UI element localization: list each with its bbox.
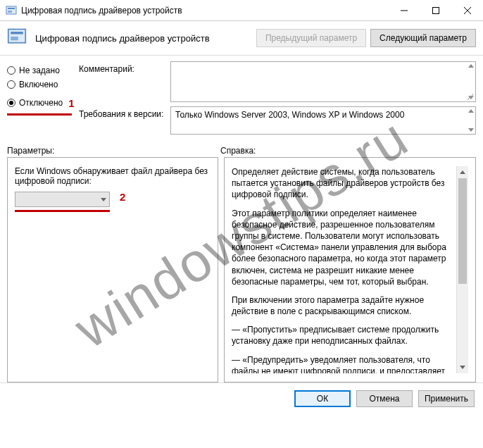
section-labels: Параметры: Справка: <box>0 142 483 157</box>
ok-button[interactable]: ОК <box>294 390 351 407</box>
comment-textarea[interactable] <box>170 61 476 102</box>
window-title: Цифровая подпись драйверов устройств <box>21 6 388 15</box>
scroll-up-icon[interactable] <box>468 109 474 113</box>
svg-rect-9 <box>11 37 18 40</box>
next-setting-button[interactable]: Следующий параметр <box>370 29 476 47</box>
requirements-label: Требования к версии: <box>79 106 170 119</box>
cancel-button[interactable]: Отмена <box>356 390 413 407</box>
upper-section: Не задано Включено Отключено 1 Комментар… <box>0 56 483 142</box>
svg-rect-1 <box>8 8 15 9</box>
radio-disabled[interactable]: Отключено <box>7 98 63 108</box>
help-paragraph: Определяет действие системы, когда польз… <box>232 166 456 201</box>
policy-icon <box>7 27 30 49</box>
fields: Комментарий: Требования к версии: Только… <box>79 61 476 139</box>
comment-label: Комментарий: <box>79 61 170 74</box>
scroll-up-button[interactable] <box>457 166 468 178</box>
parameters-label: Параметры: <box>7 146 220 156</box>
scroll-thumb[interactable] <box>458 178 467 284</box>
radio-enabled[interactable]: Включено <box>7 80 72 89</box>
help-paragraph: При включении этого параметра задайте ну… <box>232 294 456 317</box>
radio-label: Отключено <box>19 98 63 108</box>
radio-dot-icon <box>7 66 15 75</box>
header: Цифровая подпись драйверов устройств Пре… <box>0 21 483 56</box>
dialog-buttons: ОК Отмена Применить <box>0 382 483 414</box>
help-pane: Определяет действие системы, когда польз… <box>224 157 476 382</box>
chevron-down-icon <box>101 198 106 201</box>
parameters-pane: Если Windows обнаруживает файл драйвера … <box>7 157 218 382</box>
triangle-up-icon <box>460 170 465 174</box>
help-label: Справка: <box>220 146 476 156</box>
minimize-button[interactable] <box>388 0 420 21</box>
annotation-underline <box>7 113 72 116</box>
parameters-prompt: Если Windows обнаруживает файл драйвера … <box>15 166 211 186</box>
radio-dot-icon <box>7 80 15 89</box>
radio-dot-icon <box>7 99 15 107</box>
requirements-box: Только Windows Server 2003, Windows XP и… <box>170 106 476 135</box>
maximize-button[interactable] <box>420 0 451 21</box>
radio-label: Включено <box>19 80 58 89</box>
svg-rect-8 <box>11 32 23 35</box>
titlebar: Цифровая подпись драйверов устройств <box>0 0 483 21</box>
annotation-underline <box>15 210 110 212</box>
annotation-2: 2 <box>120 191 125 203</box>
svg-rect-2 <box>8 11 12 13</box>
previous-setting-button[interactable]: Предыдущий параметр <box>256 29 366 47</box>
scroll-down-icon[interactable] <box>468 96 474 99</box>
help-paragraph: — «Предупредить» уведомляет пользователя… <box>232 354 456 373</box>
requirements-value: Только Windows Server 2003, Windows XP и… <box>175 110 404 120</box>
scroll-up-icon[interactable] <box>468 64 474 68</box>
annotation-1: 1 <box>68 97 74 109</box>
help-paragraph: — «Пропустить» предписывает системе прод… <box>232 324 456 347</box>
help-paragraph: Этот параметр политики определяет наимен… <box>232 208 456 287</box>
close-button[interactable] <box>451 0 483 21</box>
svg-rect-7 <box>8 30 26 43</box>
action-dropdown[interactable] <box>15 192 110 207</box>
app-icon <box>6 5 17 16</box>
apply-button[interactable]: Применить <box>418 390 475 407</box>
state-radios: Не задано Включено Отключено 1 <box>7 61 72 139</box>
lower-section: Если Windows обнаруживает файл драйвера … <box>0 157 483 382</box>
triangle-down-icon <box>460 366 465 369</box>
svg-rect-4 <box>432 7 439 13</box>
radio-label: Не задано <box>19 66 60 75</box>
scroll-down-button[interactable] <box>457 361 468 373</box>
scroll-track[interactable] <box>457 178 468 361</box>
scroll-down-icon[interactable] <box>468 128 474 132</box>
radio-not-configured[interactable]: Не задано <box>7 66 72 75</box>
help-text: Определяет действие системы, когда польз… <box>232 166 456 373</box>
svg-rect-0 <box>6 6 16 14</box>
header-title: Цифровая подпись драйверов устройств <box>35 33 252 44</box>
help-scrollbar[interactable] <box>456 166 468 373</box>
